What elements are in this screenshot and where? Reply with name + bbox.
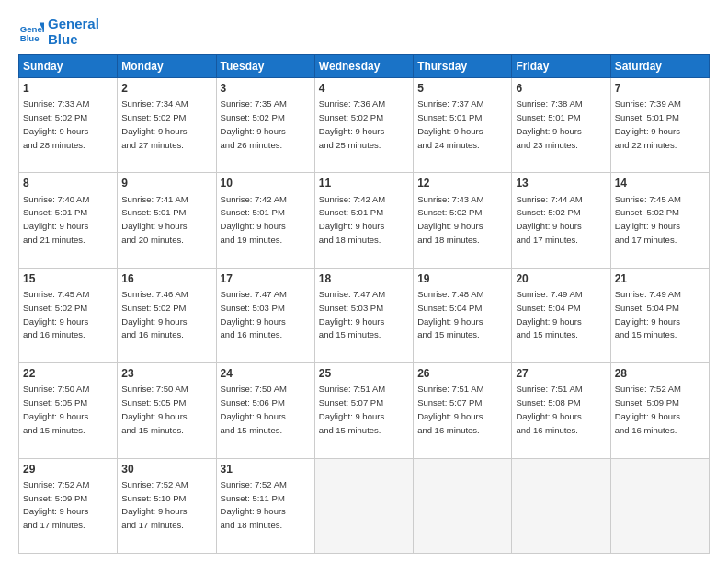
calendar-cell — [314, 458, 413, 553]
day-number: 17 — [221, 271, 311, 286]
logo-text: General Blue — [48, 17, 99, 47]
day-number: 30 — [121, 462, 211, 477]
calendar-cell: 4Sunrise: 7:36 AMSunset: 5:02 PMDaylight… — [314, 78, 413, 173]
calendar-cell: 21Sunrise: 7:49 AMSunset: 5:04 PMDayligh… — [610, 268, 709, 362]
day-number: 14 — [615, 176, 705, 190]
day-info: Sunrise: 7:49 AMSunset: 5:04 PMDaylight:… — [516, 289, 582, 339]
day-info: Sunrise: 7:44 AMSunset: 5:02 PMDaylight:… — [516, 194, 582, 245]
weekday-header: Sunday — [19, 55, 118, 78]
calendar-cell: 14Sunrise: 7:45 AMSunset: 5:02 PMDayligh… — [610, 173, 709, 268]
day-number: 6 — [516, 81, 606, 96]
calendar-cell: 25Sunrise: 7:51 AMSunset: 5:07 PMDayligh… — [314, 363, 413, 458]
calendar-page: General Blue General Blue SundayMondayTu… — [0, 0, 728, 563]
day-number: 4 — [319, 81, 409, 96]
day-number: 22 — [23, 366, 113, 381]
day-info: Sunrise: 7:36 AMSunset: 5:02 PMDaylight:… — [319, 98, 385, 149]
calendar-cell: 19Sunrise: 7:48 AMSunset: 5:04 PMDayligh… — [414, 268, 512, 362]
day-info: Sunrise: 7:35 AMSunset: 5:02 PMDaylight:… — [221, 98, 287, 149]
calendar-week-row: 15Sunrise: 7:45 AMSunset: 5:02 PMDayligh… — [19, 268, 710, 362]
calendar-cell: 20Sunrise: 7:49 AMSunset: 5:04 PMDayligh… — [512, 268, 610, 362]
logo-icon: General Blue — [18, 19, 44, 45]
day-info: Sunrise: 7:47 AMSunset: 5:03 PMDaylight:… — [319, 289, 385, 339]
day-info: Sunrise: 7:38 AMSunset: 5:01 PMDaylight:… — [516, 98, 582, 149]
calendar-week-row: 22Sunrise: 7:50 AMSunset: 5:05 PMDayligh… — [19, 363, 710, 458]
calendar-cell: 23Sunrise: 7:50 AMSunset: 5:05 PMDayligh… — [118, 363, 216, 458]
day-number: 19 — [417, 271, 507, 286]
day-info: Sunrise: 7:34 AMSunset: 5:02 PMDaylight:… — [121, 98, 188, 149]
calendar-cell: 8Sunrise: 7:40 AMSunset: 5:01 PMDaylight… — [19, 173, 118, 268]
weekday-header: Friday — [512, 55, 610, 78]
day-info: Sunrise: 7:51 AMSunset: 5:07 PMDaylight:… — [319, 384, 385, 434]
day-number: 1 — [23, 81, 113, 96]
day-number: 9 — [121, 176, 211, 190]
calendar-cell — [610, 458, 709, 553]
weekday-header: Monday — [118, 55, 216, 78]
calendar-week-row: 1Sunrise: 7:33 AMSunset: 5:02 PMDaylight… — [19, 78, 710, 173]
day-number: 7 — [615, 81, 705, 96]
weekday-header: Thursday — [414, 55, 512, 78]
day-number: 23 — [121, 366, 211, 381]
calendar-cell: 30Sunrise: 7:52 AMSunset: 5:10 PMDayligh… — [118, 458, 216, 553]
day-number: 21 — [615, 271, 705, 286]
day-number: 29 — [23, 462, 113, 477]
calendar-cell: 13Sunrise: 7:44 AMSunset: 5:02 PMDayligh… — [512, 173, 610, 268]
logo: General Blue General Blue — [18, 17, 99, 47]
calendar-cell: 28Sunrise: 7:52 AMSunset: 5:09 PMDayligh… — [610, 363, 709, 458]
calendar-cell: 18Sunrise: 7:47 AMSunset: 5:03 PMDayligh… — [314, 268, 413, 362]
day-number: 31 — [221, 462, 311, 477]
calendar-cell: 5Sunrise: 7:37 AMSunset: 5:01 PMDaylight… — [414, 78, 512, 173]
day-info: Sunrise: 7:45 AMSunset: 5:02 PMDaylight:… — [615, 194, 681, 245]
calendar-table: SundayMondayTuesdayWednesdayThursdayFrid… — [18, 54, 710, 554]
day-info: Sunrise: 7:52 AMSunset: 5:09 PMDaylight:… — [615, 384, 681, 434]
day-number: 11 — [319, 176, 409, 190]
calendar-cell: 26Sunrise: 7:51 AMSunset: 5:07 PMDayligh… — [414, 363, 512, 458]
calendar-cell: 1Sunrise: 7:33 AMSunset: 5:02 PMDaylight… — [19, 78, 118, 173]
day-info: Sunrise: 7:48 AMSunset: 5:04 PMDaylight:… — [417, 289, 483, 339]
day-number: 5 — [417, 81, 507, 96]
day-info: Sunrise: 7:33 AMSunset: 5:02 PMDaylight:… — [23, 98, 89, 149]
weekday-header: Saturday — [610, 55, 709, 78]
day-info: Sunrise: 7:42 AMSunset: 5:01 PMDaylight:… — [319, 194, 385, 245]
day-info: Sunrise: 7:52 AMSunset: 5:09 PMDaylight:… — [23, 479, 89, 530]
day-info: Sunrise: 7:51 AMSunset: 5:08 PMDaylight:… — [516, 384, 582, 434]
weekday-header-row: SundayMondayTuesdayWednesdayThursdayFrid… — [19, 55, 710, 78]
day-number: 26 — [417, 366, 507, 381]
svg-text:Blue: Blue — [20, 32, 40, 42]
day-number: 3 — [221, 81, 311, 96]
day-info: Sunrise: 7:50 AMSunset: 5:05 PMDaylight:… — [121, 384, 188, 434]
calendar-cell: 31Sunrise: 7:52 AMSunset: 5:11 PMDayligh… — [216, 458, 314, 553]
calendar-cell: 27Sunrise: 7:51 AMSunset: 5:08 PMDayligh… — [512, 363, 610, 458]
day-info: Sunrise: 7:52 AMSunset: 5:10 PMDaylight:… — [121, 479, 188, 530]
day-info: Sunrise: 7:50 AMSunset: 5:05 PMDaylight:… — [23, 384, 89, 434]
day-number: 16 — [121, 271, 211, 286]
calendar-cell: 16Sunrise: 7:46 AMSunset: 5:02 PMDayligh… — [118, 268, 216, 362]
calendar-cell: 2Sunrise: 7:34 AMSunset: 5:02 PMDaylight… — [118, 78, 216, 173]
day-info: Sunrise: 7:46 AMSunset: 5:02 PMDaylight:… — [121, 289, 188, 339]
calendar-week-row: 29Sunrise: 7:52 AMSunset: 5:09 PMDayligh… — [19, 458, 710, 553]
calendar-cell: 24Sunrise: 7:50 AMSunset: 5:06 PMDayligh… — [216, 363, 314, 458]
header: General Blue General Blue — [18, 17, 710, 47]
calendar-cell — [414, 458, 512, 553]
day-info: Sunrise: 7:37 AMSunset: 5:01 PMDaylight:… — [417, 98, 483, 149]
day-info: Sunrise: 7:40 AMSunset: 5:01 PMDaylight:… — [23, 194, 89, 245]
day-number: 12 — [417, 176, 507, 190]
day-info: Sunrise: 7:42 AMSunset: 5:01 PMDaylight:… — [221, 194, 287, 245]
calendar-cell: 29Sunrise: 7:52 AMSunset: 5:09 PMDayligh… — [19, 458, 118, 553]
day-number: 27 — [516, 366, 606, 381]
calendar-cell: 10Sunrise: 7:42 AMSunset: 5:01 PMDayligh… — [216, 173, 314, 268]
calendar-cell: 22Sunrise: 7:50 AMSunset: 5:05 PMDayligh… — [19, 363, 118, 458]
day-number: 25 — [319, 366, 409, 381]
calendar-cell: 11Sunrise: 7:42 AMSunset: 5:01 PMDayligh… — [314, 173, 413, 268]
day-number: 15 — [23, 271, 113, 286]
day-info: Sunrise: 7:39 AMSunset: 5:01 PMDaylight:… — [615, 98, 681, 149]
calendar-cell: 12Sunrise: 7:43 AMSunset: 5:02 PMDayligh… — [414, 173, 512, 268]
day-number: 28 — [615, 366, 705, 381]
calendar-cell — [512, 458, 610, 553]
day-number: 10 — [221, 176, 311, 190]
calendar-week-row: 8Sunrise: 7:40 AMSunset: 5:01 PMDaylight… — [19, 173, 710, 268]
calendar-cell: 3Sunrise: 7:35 AMSunset: 5:02 PMDaylight… — [216, 78, 314, 173]
calendar-cell: 6Sunrise: 7:38 AMSunset: 5:01 PMDaylight… — [512, 78, 610, 173]
day-info: Sunrise: 7:47 AMSunset: 5:03 PMDaylight:… — [221, 289, 287, 339]
calendar-cell: 7Sunrise: 7:39 AMSunset: 5:01 PMDaylight… — [610, 78, 709, 173]
calendar-cell: 15Sunrise: 7:45 AMSunset: 5:02 PMDayligh… — [19, 268, 118, 362]
